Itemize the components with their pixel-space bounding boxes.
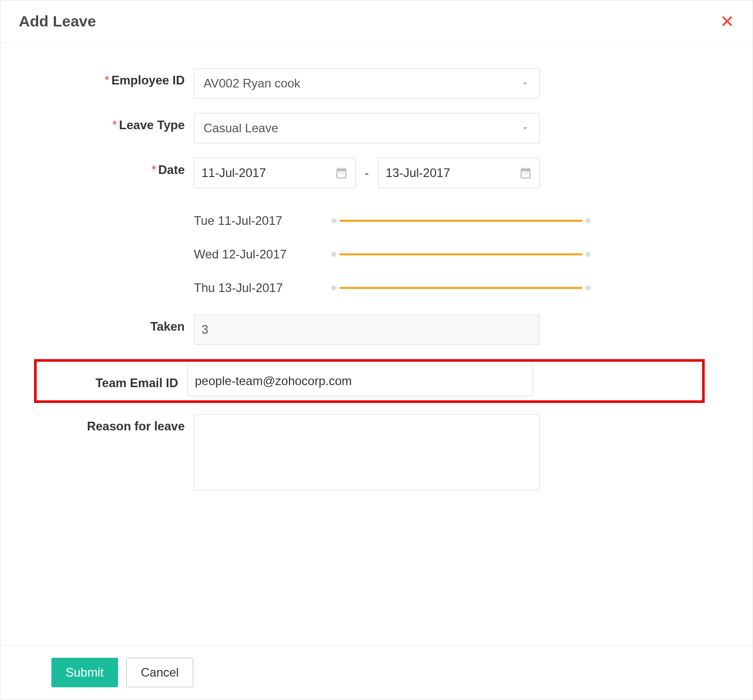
slider-dot-end [586, 218, 591, 223]
calendar-icon [335, 166, 348, 180]
row-employee-id: *Employee ID AV002 Ryan cook [41, 68, 712, 99]
date-range-separator: - [365, 166, 369, 180]
submit-button[interactable]: Submit [51, 658, 118, 687]
date-to-value: 13-Jul-2017 [386, 166, 450, 180]
slider-dot-start [331, 252, 336, 257]
required-mark: * [105, 73, 109, 87]
label-employee-id: *Employee ID [41, 68, 194, 88]
day-row: Tue 11-Jul-2017 [194, 214, 712, 228]
row-taken: Taken [41, 314, 712, 345]
label-team-email: Team Email ID [42, 372, 187, 390]
label-reason: Reason for leave [41, 414, 194, 433]
day-row: Thu 13-Jul-2017 [194, 281, 712, 295]
label-taken: Taken [41, 314, 194, 334]
date-from-input[interactable]: 11-Jul-2017 [194, 158, 356, 188]
cancel-button[interactable]: Cancel [126, 658, 194, 687]
slider-track [339, 220, 583, 222]
required-mark: * [152, 163, 156, 177]
date-to-input[interactable]: 13-Jul-2017 [378, 158, 540, 188]
date-from-value: 11-Jul-2017 [201, 166, 266, 180]
taken-input [194, 314, 540, 345]
label-text: Employee ID [111, 73, 185, 87]
row-reason: Reason for leave [41, 414, 712, 492]
day-slider[interactable] [331, 252, 591, 257]
day-row: Wed 12-Jul-2017 [194, 247, 712, 261]
slider-dot-start [331, 285, 336, 290]
label-text: Leave Type [119, 118, 185, 132]
slider-dot-start [331, 218, 336, 223]
team-email-input[interactable] [187, 366, 533, 396]
modal-title: Add Leave [19, 13, 96, 30]
label-leave-type: *Leave Type [41, 113, 194, 132]
slider-dot-end [586, 285, 591, 290]
modal-header: Add Leave ✕ [1, 1, 752, 43]
calendar-icon [519, 166, 532, 180]
select-value: AV002 Ryan cook [204, 76, 300, 91]
highlight-box: Team Email ID [34, 359, 705, 403]
row-leave-type: *Leave Type Casual Leave [41, 113, 712, 143]
slider-track [339, 253, 583, 255]
chevron-down-icon [520, 123, 530, 133]
label-text: Date [158, 163, 185, 177]
row-date: *Date 11-Jul-2017 - 13-Jul-2017 [41, 158, 712, 188]
modal-footer: Submit Cancel [1, 645, 752, 699]
day-slider[interactable] [331, 218, 591, 223]
leave-type-select[interactable]: Casual Leave [194, 113, 540, 143]
day-label: Thu 13-Jul-2017 [194, 281, 331, 295]
day-slider[interactable] [331, 285, 591, 290]
chevron-down-icon [520, 78, 530, 89]
day-label: Tue 11-Jul-2017 [194, 214, 331, 228]
days-list: Tue 11-Jul-2017 Wed 12-Jul-2017 Thu 13-J… [41, 214, 712, 295]
required-mark: * [112, 118, 117, 132]
modal-body: *Employee ID AV002 Ryan cook *Leave Type… [1, 43, 752, 645]
select-value: Casual Leave [204, 121, 278, 135]
label-date: *Date [41, 158, 194, 177]
slider-dot-end [586, 252, 591, 257]
close-icon[interactable]: ✕ [720, 13, 734, 30]
employee-id-select[interactable]: AV002 Ryan cook [194, 68, 540, 99]
day-label: Wed 12-Jul-2017 [194, 247, 331, 261]
reason-textarea[interactable] [194, 414, 540, 490]
slider-track [339, 287, 583, 289]
add-leave-modal: Add Leave ✕ *Employee ID AV002 Ryan cook… [0, 0, 753, 700]
row-team-email: Team Email ID [41, 359, 712, 403]
